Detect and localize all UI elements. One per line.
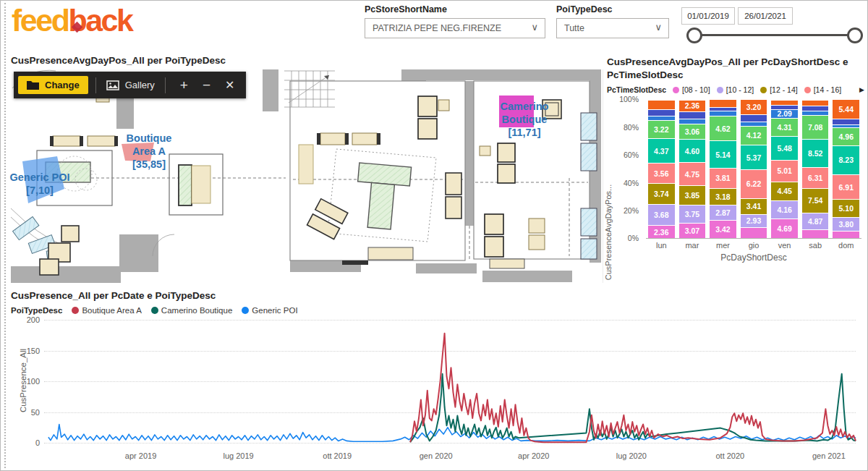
- bar-segment: [833, 231, 859, 238]
- dashboard-page: feedback PcStoreShortName PATRIZIA PEPE …: [0, 0, 868, 471]
- series-line-camerino-boutique: [410, 374, 856, 442]
- bar-segment: 3.80: [833, 217, 859, 231]
- date-slider-track[interactable]: [697, 34, 854, 36]
- bar-segment: 6.31: [802, 167, 829, 188]
- poi-name: Camerino Boutique: [501, 101, 549, 125]
- legend-label: Boutique Area A: [82, 306, 141, 315]
- bar-segment: 5.10: [833, 199, 859, 217]
- legend-dot-icon: [242, 307, 249, 314]
- poi-name: Boutique Area A: [127, 132, 172, 157]
- bar-y-axis-title: CusPresenceAvgDayPos...: [604, 161, 613, 303]
- bar-x-axis-title: PcDayShortDesc: [646, 253, 861, 263]
- bar-segment: 5.44: [833, 99, 859, 119]
- poitype-filter-dropdown[interactable]: Tutte ∨: [556, 18, 669, 38]
- bar-segment: 4.31: [771, 118, 798, 137]
- floorplan-visual: CusPresenceAvgDayPos_All per PoiTypeDesc…: [8, 51, 603, 284]
- line-plot-area: 200150100500apr 2019lug 2019ott 2019gen …: [44, 320, 856, 443]
- date-slider-handle-end[interactable]: [847, 27, 863, 43]
- bar-legend-items: [08 - 10][10 - 12][12 - 14][14 - 16]: [673, 85, 841, 94]
- legend-scroll-right-icon[interactable]: ▶: [859, 86, 864, 93]
- image-toolbar: Change Gallery + − ✕: [14, 72, 246, 98]
- legend-dot-icon: [717, 87, 723, 93]
- bar-segment: 3.07: [679, 223, 706, 238]
- bar-segment: 4.75: [679, 162, 706, 186]
- bar-segment: 2.93: [741, 214, 767, 228]
- date-end-input[interactable]: 26/01/2021: [738, 7, 793, 25]
- bar-segment: [802, 229, 829, 239]
- bar-column: 3.422.873.183.815.144.62: [710, 99, 736, 238]
- x-tick-label: lug 2019: [213, 451, 264, 460]
- bar-segment: 6.22: [741, 169, 767, 198]
- x-category-label: ven: [769, 241, 800, 250]
- bar-segment: 3.85: [679, 185, 706, 204]
- bar-segment: 4.60: [679, 139, 706, 161]
- bar-segment: [741, 227, 767, 238]
- x-category-label: gio: [739, 241, 770, 250]
- line-legend-items: Boutique Area ACamerino BoutiqueGeneric …: [72, 306, 297, 315]
- bar-segment: 3.20: [741, 99, 767, 114]
- legend-label: Generic POI: [252, 306, 297, 315]
- bar-segment: [802, 100, 829, 106]
- store-filter-dropdown[interactable]: PATRIZIA PEPE NEG.FIRENZE ∨: [365, 18, 545, 38]
- legend-label: [10 - 12]: [726, 85, 754, 94]
- bar-column: 3.073.753.854.754.603.062.36: [679, 99, 706, 238]
- legend-item: [08 - 10]: [673, 85, 710, 94]
- y-tick-label: 0%: [628, 234, 639, 242]
- bar-segment: 3.41: [741, 198, 767, 214]
- change-button[interactable]: Change: [18, 76, 88, 94]
- date-start-input[interactable]: 01/01/2019: [681, 7, 735, 25]
- y-tick-label: 80%: [624, 123, 639, 132]
- legend-dot-icon: [804, 87, 811, 93]
- logo-text-back: back: [68, 3, 132, 38]
- x-category-label: dom: [830, 241, 861, 250]
- x-tick-label: ott 2020: [705, 451, 755, 460]
- gallery-icon: [106, 80, 119, 90]
- bar-segment: 3.75: [679, 205, 706, 224]
- bar-segment: 4.45: [771, 182, 798, 200]
- store-filter-label: PcStoreShortName: [365, 4, 447, 14]
- toolbar-divider: [95, 77, 96, 93]
- close-button[interactable]: ✕: [218, 80, 242, 91]
- poi-label-camerino: Camerino Boutique [11,71]: [482, 100, 566, 139]
- bar-segment: 3.81: [710, 168, 736, 188]
- bar-chart-title: CusPresenceAvgDayPos_All per PcDayShortD…: [605, 51, 864, 82]
- bar-segment: 3.18: [710, 188, 736, 205]
- x-category-label: mar: [677, 241, 708, 250]
- legend-item: Generic POI: [242, 306, 297, 315]
- y-tick-label: 0: [18, 438, 40, 447]
- page-selection-border: [4, 3, 6, 468]
- floorplan-image[interactable]: Generic POI [7,10] Boutique Area A [35,8…: [11, 69, 601, 283]
- date-slider-handle-start[interactable]: [686, 27, 702, 43]
- bar-x-axis-categories: lunmarmergiovensabdom: [646, 241, 861, 250]
- zoom-out-button[interactable]: −: [195, 78, 218, 92]
- bar-segment: 3.74: [648, 183, 675, 204]
- x-tick-label: gen 2020: [411, 451, 461, 460]
- bar-segment: 3.68: [648, 204, 675, 225]
- poitype-filter-value: Tutte: [564, 23, 584, 33]
- poi-label-boutique: Boutique Area A [35,85]: [118, 132, 180, 171]
- zoom-in-button[interactable]: +: [173, 78, 195, 92]
- poitype-filter-label: PoiTypeDesc: [556, 4, 613, 14]
- bar-segment: 4.37: [648, 138, 675, 163]
- bar-legend-title: PcTimeSlotDesc: [607, 85, 666, 94]
- x-category-label: sab: [800, 241, 831, 250]
- bar-segment: [771, 100, 798, 106]
- gallery-button[interactable]: Gallery: [103, 80, 158, 90]
- bar-segment: 7.54: [802, 188, 829, 213]
- bar-segment: 7.08: [802, 115, 829, 139]
- bar-y-axis-ticks: 100%80%60%40%20%0%: [617, 99, 642, 238]
- poi-value: [11,71]: [482, 126, 566, 139]
- gridline: [44, 443, 856, 444]
- bar-segment: 2.09: [771, 109, 798, 118]
- x-tick-label: ott 2019: [312, 451, 362, 460]
- bar-segment: [710, 111, 736, 116]
- bar-column: 2.363.683.743.564.373.22: [648, 99, 675, 238]
- bar-segment: [679, 119, 706, 124]
- bar-plot-area: 2.363.683.743.564.373.223.073.753.854.75…: [646, 99, 861, 239]
- bar-segment: 5.48: [771, 136, 798, 159]
- y-tick-label: 100: [18, 377, 40, 386]
- legend-label: Camerino Boutique: [161, 306, 232, 315]
- change-button-label: Change: [45, 80, 80, 90]
- toolbar-divider: [165, 77, 166, 93]
- bar-segment: 4.16: [771, 200, 798, 218]
